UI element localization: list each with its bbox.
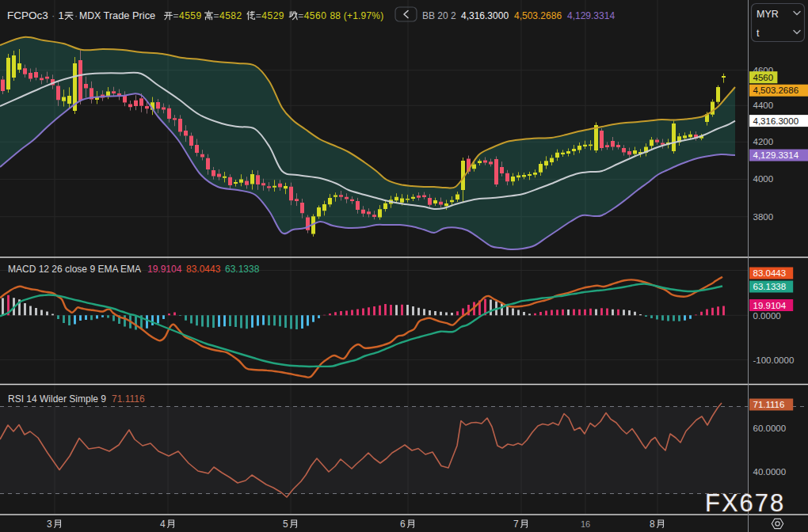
svg-text:88 (+1.97%): 88 (+1.97%) [330, 10, 384, 21]
svg-text:4529: 4529 [261, 10, 284, 21]
svg-text:4,129.3314: 4,129.3314 [567, 10, 615, 21]
svg-text:0.0000: 0.0000 [753, 311, 781, 321]
svg-text:=: = [214, 10, 219, 21]
svg-text:·: · [98, 10, 101, 21]
svg-text:4582: 4582 [219, 10, 242, 21]
svg-text:RSI 14 Wilder Simple 9: RSI 14 Wilder Simple 9 [8, 393, 106, 405]
svg-text:BB 20 2: BB 20 2 [422, 10, 456, 21]
svg-text:FX678: FX678 [705, 489, 785, 517]
svg-text:4,129.3314: 4,129.3314 [753, 150, 799, 160]
svg-text:MACD 12 26 close 9 EMA EMA: MACD 12 26 close 9 EMA EMA [8, 264, 141, 275]
svg-text:t: t [757, 28, 760, 39]
svg-text:4560: 4560 [304, 10, 327, 21]
svg-text:63.1338: 63.1338 [753, 282, 787, 291]
svg-text:19.9104: 19.9104 [147, 264, 182, 275]
svg-text:3800: 3800 [753, 212, 774, 222]
svg-text:Trade Price: Trade Price [104, 10, 156, 21]
svg-text:5: 5 [283, 519, 288, 530]
svg-text:=: = [298, 10, 303, 21]
svg-text:71.1116: 71.1116 [112, 393, 145, 405]
svg-text:4: 4 [160, 519, 166, 530]
svg-text:4,316.3000: 4,316.3000 [753, 116, 799, 126]
svg-text:3: 3 [47, 519, 52, 530]
svg-text:4,503.2686: 4,503.2686 [753, 86, 799, 95]
svg-text:-100.0000: -100.0000 [753, 355, 795, 365]
svg-text:·: · [74, 10, 78, 21]
svg-text:83.0443: 83.0443 [753, 268, 787, 278]
svg-text:16: 16 [581, 519, 590, 529]
svg-text:4,503.2686: 4,503.2686 [514, 10, 562, 21]
svg-text:71.1116: 71.1116 [753, 400, 785, 409]
svg-text:4000: 4000 [753, 174, 774, 184]
svg-text:·: · [51, 10, 55, 21]
svg-text:40.0000: 40.0000 [753, 467, 787, 477]
svg-text:8: 8 [650, 519, 655, 530]
svg-text:83.0443: 83.0443 [186, 264, 221, 275]
svg-text:4,316.3000: 4,316.3000 [461, 10, 509, 21]
svg-text:=: = [256, 10, 261, 21]
svg-text:19.9104: 19.9104 [753, 301, 787, 310]
svg-text:4200: 4200 [753, 137, 774, 146]
svg-text:4560: 4560 [753, 73, 774, 82]
svg-text:1: 1 [59, 10, 64, 21]
svg-text:63.1338: 63.1338 [225, 264, 260, 275]
svg-text:=: = [173, 10, 179, 21]
svg-text:60.0000: 60.0000 [753, 424, 787, 433]
svg-text:6: 6 [400, 519, 406, 530]
svg-text:4400: 4400 [753, 101, 774, 110]
svg-text:7: 7 [513, 519, 519, 530]
svg-text:4559: 4559 [179, 10, 202, 21]
svg-text:MYR: MYR [757, 9, 779, 20]
svg-text:FCPOc3: FCPOc3 [7, 10, 48, 21]
